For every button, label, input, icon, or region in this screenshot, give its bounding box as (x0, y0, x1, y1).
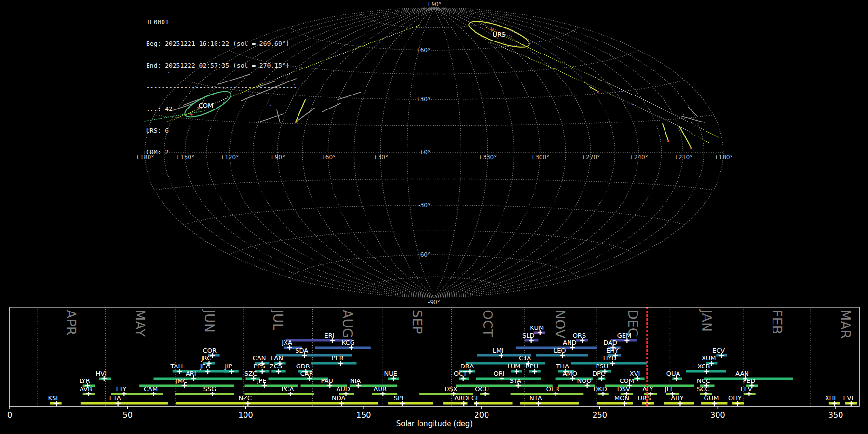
shower-label-URS: URS (638, 394, 651, 402)
shower-label-ORS: ORS (573, 332, 586, 339)
shower-label-ELY: ELY (116, 385, 127, 393)
shower-label-AAN: AAN (735, 370, 749, 377)
shower-label-AVB: AVB (80, 385, 92, 393)
shower-label-TAH: TAH (170, 363, 183, 370)
faint-detection-dot (632, 104, 634, 105)
shower-label-JXA: JXA (281, 339, 292, 346)
shower-label-PAU: PAU (321, 377, 333, 384)
shower-label-OHY: OHY (728, 394, 742, 402)
shower-activity-timeline: APRMAYJUNJULAUGSEPOCTNOVDECJANFEBMARKUME… (0, 307, 868, 434)
shower-bar-NZC (176, 402, 293, 405)
shower-bar-PER (311, 362, 356, 365)
x-axis-tick-label: 200 (475, 410, 489, 420)
meteor-trail-endpoint (295, 122, 297, 123)
shower-label-ORI: ORI (493, 370, 504, 377)
meteor-trail-sporadic (218, 74, 250, 84)
shower-label-EVI: EVI (843, 394, 853, 402)
shower-label-ZCS: ZCS (270, 363, 282, 370)
shower-label-NZC: NZC (238, 394, 252, 402)
shower-label-FAN: FAN (271, 354, 283, 362)
shower-label-CTA: CTA (519, 354, 531, 362)
shower-label-FEV: FEV (740, 385, 752, 393)
shower-label-SLD: SLD (522, 332, 535, 339)
month-label-APR: APR (64, 310, 79, 336)
shower-label-PPS: PPS (254, 363, 265, 370)
shower-label-JPE: JPE (257, 377, 267, 384)
shower-label-DSX: DSX (445, 385, 458, 393)
shower-label-SDA: SDA (295, 347, 308, 354)
lat-label: +0° (419, 149, 431, 156)
shower-label-KUM: KUM (530, 324, 544, 331)
meteor-trail-sporadic (322, 103, 340, 112)
shower-bar-CAP (268, 378, 328, 380)
shower-meteor-trails (295, 87, 692, 149)
month-label-AUG: AUG (340, 310, 355, 338)
shower-code-labels: KUMERISLDORSGEMJXAKCGANDDADCORSDALMILEOE… (48, 324, 853, 402)
lon-label: +120° (220, 154, 239, 161)
x-axis-tick-label: 150 (356, 410, 371, 420)
shower-label-JLE: JLE (665, 385, 674, 393)
radiant-activity-screen: IL0001 Beg: 20251221 16:10:22 (sol = 269… (0, 0, 868, 434)
shower-label-DPC: DPC (592, 370, 605, 377)
shower-label-DRA: DRA (461, 363, 474, 370)
shower-label-MON: MON (614, 394, 629, 402)
shower-label-KSE: KSE (48, 394, 60, 402)
shower-label-GUM: GUM (704, 394, 719, 402)
shower-label-KCG: KCG (342, 339, 355, 346)
shower-label-COR: COR (203, 347, 217, 354)
shower-label-HYD: HYD (603, 354, 617, 362)
shower-bar-ETA (81, 402, 168, 405)
shower-bar-EGE (474, 402, 512, 405)
x-axis-tick-label: 0 (7, 410, 12, 420)
meteor-trail-sporadic (297, 108, 314, 121)
grid-meridian (434, 8, 615, 297)
shower-label-SCC: SCC (697, 385, 709, 393)
shower-label-XUM: XUM (702, 354, 716, 362)
shower-label-NIA: NIA (350, 377, 361, 384)
shower-label-SSG: SSG (203, 385, 217, 393)
lon-label: +60° (321, 154, 336, 161)
shower-label-EGE: EGE (467, 394, 480, 402)
month-label-SEP: SEP (410, 310, 425, 334)
shower-label-OCU: OCU (475, 385, 489, 393)
faint-detection-dot (270, 105, 271, 106)
shower-label-PSU: PSU (596, 363, 609, 370)
drift-curve (491, 42, 709, 143)
meteor-trail-shower (590, 87, 597, 91)
shower-label-QUA: QUA (666, 370, 680, 377)
celestial-grid (145, 8, 723, 297)
shower-label-SPE: SPE (394, 394, 406, 402)
shower-bar-NDA (293, 402, 378, 405)
shower-label-THA: THA (556, 363, 569, 370)
pole-label-north: +90° (426, 1, 441, 8)
grid-meridian (207, 8, 434, 297)
shower-label-ECV: ECV (712, 347, 725, 354)
month-label-JAN: JAN (699, 309, 714, 332)
shower-bar-SSG (175, 393, 234, 395)
month-label-JUN: JUN (202, 309, 217, 333)
grid-meridian (434, 8, 461, 297)
meteor-trail-sporadic (338, 92, 361, 100)
shower-label-ARD: ARD (454, 394, 468, 402)
faint-detection-dot (168, 72, 170, 73)
faint-detection-dot (248, 91, 249, 93)
meteor-trail-sporadic (277, 110, 280, 123)
grid-labels: +90°-90°+180°+150°+120°+90°+60°+30°+330°… (136, 1, 733, 306)
shower-bar-STA (456, 385, 553, 387)
shower-label-PCA: PCA (282, 385, 294, 393)
lon-label: +210° (674, 154, 692, 161)
meteor-trail-endpoint (597, 91, 599, 93)
shower-label-AMO: AMO (563, 370, 577, 377)
shower-label-EHY: EHY (606, 347, 619, 354)
month-label-JUL: JUL (271, 309, 285, 330)
lat-label: -30° (418, 202, 431, 209)
shower-label-AHY: AHY (671, 394, 684, 402)
shower-label-SZC: SZC (244, 370, 257, 377)
x-axis-tick-label: 50 (123, 410, 133, 420)
lon-label: +180° (136, 154, 154, 161)
faint-detection-dot (167, 108, 168, 109)
month-label-OCT: OCT (480, 310, 495, 337)
lat-label: -60° (418, 251, 431, 258)
shower-label-AUD: AUD (336, 385, 350, 393)
grid-meridian (253, 8, 434, 297)
